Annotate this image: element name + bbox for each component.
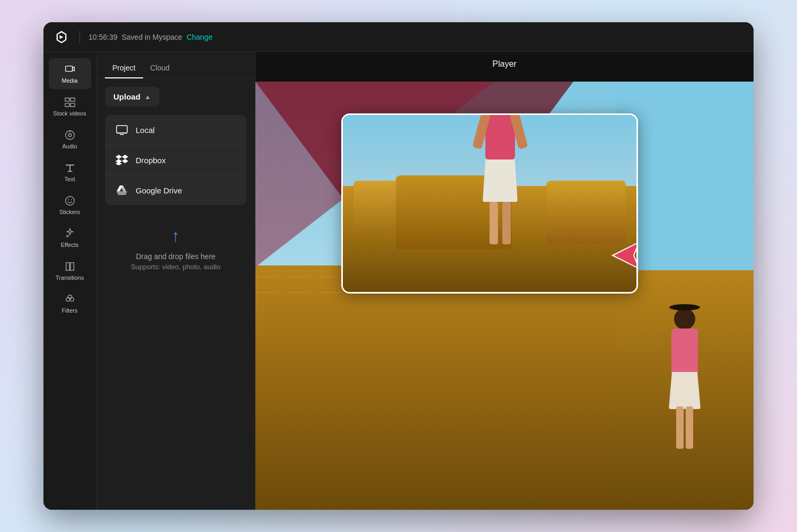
save-status: Saved in Myspace [122, 33, 182, 41]
top-bar-divider [79, 31, 80, 43]
sidebar-label-filters: Filters [62, 307, 78, 314]
sidebar-label-transitions: Transitions [56, 274, 84, 281]
dropdown-item-dropbox[interactable]: Dropbox [105, 145, 246, 175]
svg-marker-18 [613, 242, 638, 269]
player-header: Player [255, 52, 754, 76]
preview-card [341, 113, 638, 294]
sidebar-item-text[interactable]: Text [49, 157, 91, 188]
svg-point-8 [65, 197, 74, 206]
upload-chevron-icon: ▲ [145, 93, 151, 101]
time-display: 10:56:39 [88, 33, 118, 41]
panel-tabs: Project Cloud [96, 58, 255, 78]
sidebar-item-stock-videos[interactable]: Stock videos [49, 91, 91, 122]
svg-rect-14 [117, 126, 127, 133]
sidebar-label-audio: Audio [62, 143, 77, 149]
app-logo [52, 28, 71, 47]
change-link[interactable]: Change [187, 33, 212, 41]
dropdown-item-local-label: Local [136, 126, 155, 135]
sidebar-label-text: Text [64, 176, 75, 182]
sidebar-item-filters[interactable]: Filters [49, 288, 91, 319]
sidebar-label-media: Media [62, 77, 78, 84]
tab-cloud[interactable]: Cloud [143, 58, 178, 78]
svg-point-10 [70, 199, 72, 200]
upload-dropdown: Local Dropbox [105, 115, 246, 205]
dropdown-item-googledrive-label: Google Drive [136, 186, 182, 195]
sidebar: Media Stock videos Audio [43, 52, 96, 510]
upload-section: Upload ▲ Local [96, 78, 255, 510]
upload-arrow-icon: ↑ [172, 226, 180, 246]
svg-rect-4 [70, 103, 74, 107]
save-info: 10:56:39 Saved in Myspace Change [88, 33, 212, 41]
cursor-arrow [610, 237, 638, 276]
sidebar-item-media[interactable]: Media [49, 58, 91, 89]
dropdown-item-googledrive[interactable]: Google Drive [105, 175, 246, 205]
sidebar-label-stock: Stock videos [53, 110, 86, 117]
svg-rect-15 [120, 134, 124, 135]
main-area: Media Stock videos Audio [43, 52, 754, 510]
app-window: 10:56:39 Saved in Myspace Change Media [43, 22, 754, 510]
svg-rect-2 [70, 98, 74, 101]
svg-point-6 [68, 134, 72, 137]
svg-rect-1 [65, 98, 69, 101]
upload-button[interactable]: Upload ▲ [105, 87, 160, 107]
media-panel: Project Cloud Upload ▲ Local [96, 52, 255, 510]
tab-project[interactable]: Project [105, 58, 143, 78]
sidebar-item-effects[interactable]: Effects [49, 223, 91, 253]
background-scene [255, 82, 754, 510]
svg-point-9 [68, 199, 69, 200]
sidebar-item-audio[interactable]: Audio [49, 124, 91, 155]
sidebar-item-stickers[interactable]: Stickers [49, 190, 91, 220]
drag-drop-area: ↑ Drag and drop files here Supports: vid… [105, 205, 246, 292]
player-area: Player [255, 52, 754, 510]
svg-rect-0 [65, 66, 72, 72]
dropdown-item-local[interactable]: Local [105, 115, 246, 145]
sidebar-label-effects: Effects [61, 242, 78, 248]
drag-drop-text: Drag and drop files here Supports: video… [131, 252, 220, 271]
top-bar: 10:56:39 Saved in Myspace Change [43, 22, 754, 52]
player-title: Player [492, 59, 516, 69]
sidebar-label-stickers: Stickers [59, 209, 80, 215]
dropdown-item-dropbox-label: Dropbox [136, 156, 166, 165]
sidebar-item-transitions[interactable]: Transitions [49, 255, 91, 286]
svg-rect-3 [65, 103, 69, 107]
